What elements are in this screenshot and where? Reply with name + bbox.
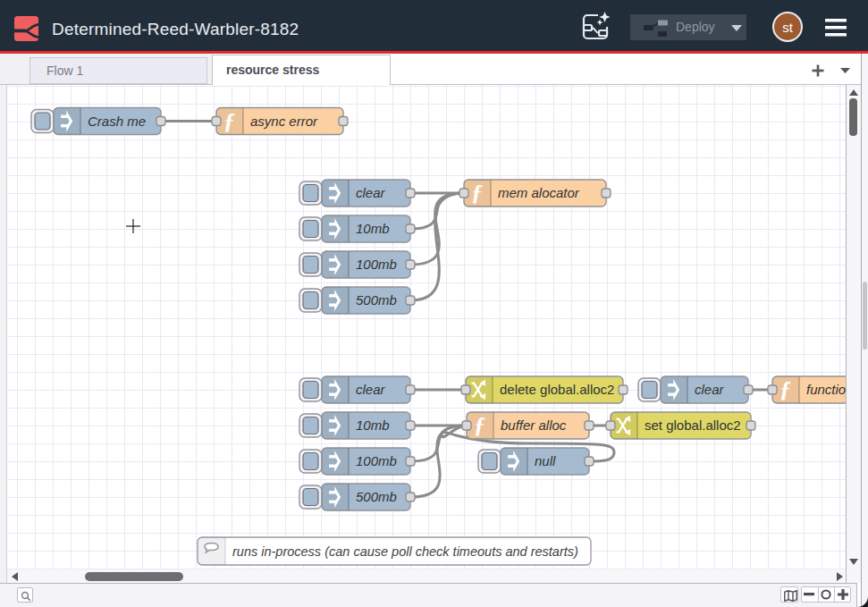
svg-text:Crash me: Crash me — [88, 114, 146, 129]
svg-text:clear: clear — [695, 382, 725, 397]
svg-text:null: null — [535, 453, 556, 468]
svg-text:delete global.alloc2: delete global.alloc2 — [500, 382, 614, 397]
svg-text:10mb: 10mb — [356, 417, 390, 433]
svg-text:buffer alloc: buffer alloc — [501, 417, 567, 433]
svg-text:ƒ: ƒ — [223, 108, 235, 134]
svg-text:mem alocator: mem alocator — [498, 185, 580, 200]
svg-text:clear: clear — [356, 382, 386, 397]
svg-text:runs in-process (can cause pol: runs in-process (can cause poll check ti… — [232, 544, 578, 559]
svg-text:clear: clear — [356, 185, 386, 200]
svg-text:async error: async error — [250, 114, 318, 129]
svg-text:100mb: 100mb — [356, 453, 397, 468]
svg-text:500mb: 500mb — [356, 489, 397, 504]
svg-text:set global.alloc2: set global.alloc2 — [645, 417, 741, 433]
svg-text:10mb: 10mb — [356, 221, 390, 236]
svg-text:ƒ: ƒ — [471, 180, 483, 206]
svg-text:function: function — [806, 382, 846, 397]
svg-text:ƒ: ƒ — [780, 376, 791, 402]
svg-text:500mb: 500mb — [356, 292, 397, 308]
svg-text:100mb: 100mb — [356, 257, 397, 272]
svg-text:ƒ: ƒ — [474, 412, 485, 438]
